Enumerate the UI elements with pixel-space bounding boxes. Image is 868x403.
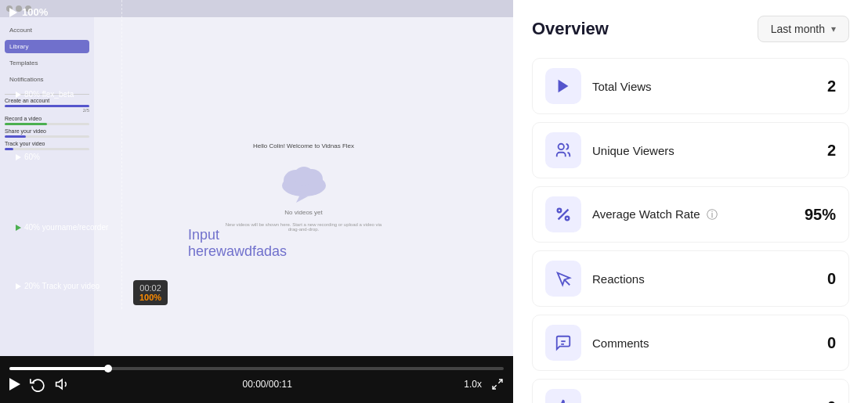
rewind-button[interactable]	[30, 376, 45, 392]
ss-cloud-icon	[273, 156, 335, 203]
svg-point-8	[559, 144, 564, 149]
ss-progress-label-2: Record a video	[5, 116, 89, 121]
total-views-label: Total Views	[592, 80, 794, 93]
stat-row-likes: Likes 0	[532, 379, 849, 403]
total-views-value: 2	[805, 77, 836, 95]
comments-value: 0	[805, 334, 836, 352]
chat-icon	[555, 334, 572, 351]
svg-line-12	[565, 280, 570, 285]
video-screenshot: Account Library Templates Notifications …	[0, 0, 513, 356]
avg-watch-rate-label: Average Watch Rate ⓘ	[592, 207, 794, 222]
badge-label: 100%	[22, 6, 48, 18]
svg-point-10	[558, 209, 562, 213]
ss-progress-fill-1	[5, 105, 89, 107]
screenshot-main: Hello Colin! Welcome to Vidnas Flex No v…	[94, 17, 513, 356]
video-progress-dot	[104, 365, 112, 372]
ss-progress-bar-1	[5, 105, 89, 107]
volume-button[interactable]	[55, 376, 71, 392]
ss-progress-bar-4	[5, 148, 89, 150]
unique-viewers-icon-box	[545, 132, 581, 168]
users-icon	[555, 142, 572, 159]
screenshot-topbar	[0, 0, 513, 17]
reactions-icon-box	[545, 261, 581, 297]
ss-progress-label-1: Create an account	[5, 98, 89, 103]
stat-row-reactions: Reactions 0	[532, 250, 849, 307]
ss-sidebar-templates: Templates	[5, 56, 89, 70]
likes-label: Likes	[592, 401, 794, 404]
video-content: 100% Account Library Templates Notificat…	[0, 0, 513, 356]
ss-progress-fill-3	[5, 135, 26, 138]
cursor-icon	[555, 270, 572, 287]
dashed-line	[121, 0, 122, 309]
avg-watch-rate-icon-box	[545, 196, 581, 232]
video-progress-fill	[9, 367, 108, 370]
overview-header: Overview Last month ▾	[532, 16, 849, 42]
ss-progress-label-4: Track your video	[5, 141, 89, 146]
controls-row: 00:00/00:11 1.0x	[9, 376, 504, 392]
ss-sidebar-account: Account	[5, 23, 89, 37]
badge-play-icon	[9, 8, 17, 17]
ss-progress-bar-3	[5, 135, 89, 138]
date-range-dropdown[interactable]: Last month ▾	[758, 16, 849, 42]
fullscreen-icon	[491, 378, 504, 390]
ss-sidebar-library: Library	[5, 40, 89, 53]
stat-row-avg-watch-rate: Average Watch Rate ⓘ 95%	[532, 186, 849, 243]
dropdown-label: Last month	[771, 23, 825, 35]
tooltip-pct: 100%	[139, 293, 161, 302]
info-icon[interactable]: ⓘ	[707, 208, 718, 221]
fullscreen-button[interactable]	[491, 378, 504, 390]
ss-progress-label-3: Share your video	[5, 128, 89, 134]
ss-progress-fill-2	[5, 123, 47, 125]
video-player: 100% Account Library Templates Notificat…	[0, 0, 513, 403]
svg-line-9	[559, 210, 569, 220]
comments-label: Comments	[592, 336, 794, 350]
stat-row-total-views: Total Views 2	[532, 58, 849, 114]
ss-sidebar-notifications: Notifications	[5, 73, 89, 86]
speed-display: 1.0x	[464, 379, 482, 390]
comments-icon-box	[545, 325, 581, 361]
play-icon	[555, 77, 572, 95]
screenshot-body: Account Library Templates Notifications …	[0, 17, 513, 356]
total-views-icon-box	[545, 68, 581, 104]
unique-viewers-value: 2	[805, 142, 836, 160]
percent-icon	[555, 206, 572, 223]
video-controls: 00:00/00:11 1.0x	[0, 356, 513, 403]
ss-welcome-text: Hello Colin! Welcome to Vidnas Flex	[253, 142, 354, 149]
svg-line-6	[493, 385, 497, 389]
thumbsup-icon	[555, 398, 572, 403]
time-display: 00:00/00:11	[80, 379, 454, 390]
video-progress-bar[interactable]	[9, 367, 504, 370]
stat-row-comments: Comments 0	[532, 315, 849, 371]
avg-watch-rate-value: 95%	[805, 206, 836, 224]
overview-panel: Overview Last month ▾ Total Views 2	[513, 0, 868, 403]
likes-value: 0	[805, 398, 836, 404]
ss-sub-text: New videos will be shown here. Start a n…	[226, 222, 382, 232]
svg-line-5	[498, 380, 502, 383]
overview-title: Overview	[532, 19, 609, 39]
video-badge: 100%	[9, 6, 48, 18]
stat-row-unique-viewers: Unique Viewers 2	[532, 122, 849, 178]
reactions-label: Reactions	[592, 272, 794, 286]
svg-marker-4	[56, 380, 63, 389]
ss-progress-bar-2	[5, 123, 89, 125]
tooltip-time: 00:02	[139, 283, 161, 293]
play-button[interactable]	[9, 378, 20, 390]
svg-marker-7	[559, 80, 569, 93]
ss-progress-fill-4	[5, 148, 13, 150]
svg-point-11	[566, 217, 570, 221]
volume-icon	[55, 376, 71, 392]
reactions-value: 0	[805, 270, 836, 288]
timestamp-tooltip: 00:02 100%	[133, 280, 168, 305]
stats-list: Total Views 2 Unique Viewers 2	[532, 58, 849, 403]
svg-point-3	[294, 167, 314, 185]
screenshot-sidebar: Account Library Templates Notifications …	[0, 17, 94, 356]
ss-main-text: No videos yet	[284, 209, 322, 216]
play-icon	[9, 378, 20, 390]
unique-viewers-label: Unique Viewers	[592, 144, 794, 157]
rewind-icon	[30, 376, 45, 392]
chevron-down-icon: ▾	[831, 23, 836, 34]
likes-icon-box	[545, 389, 581, 403]
